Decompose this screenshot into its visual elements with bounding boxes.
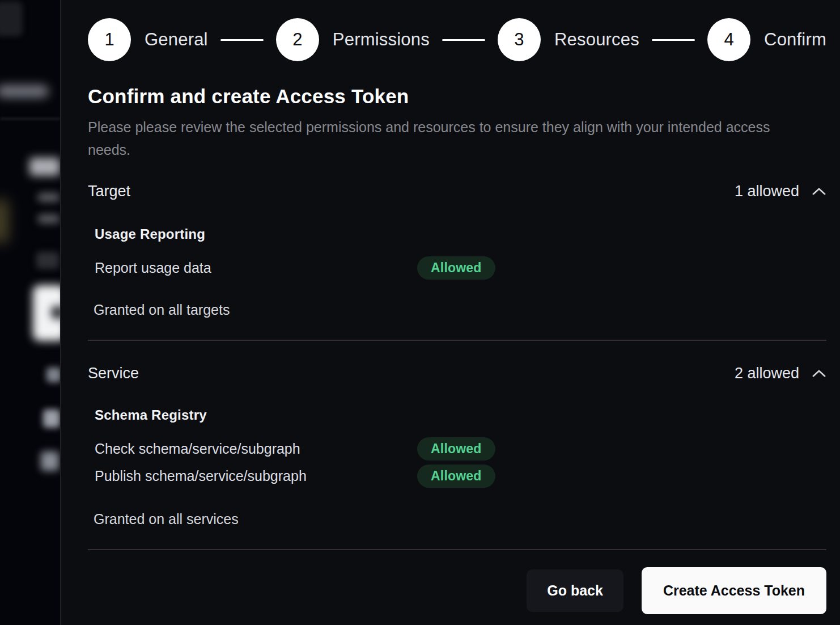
section-collapse-toggle-target[interactable]: 1 allowed bbox=[735, 183, 826, 200]
permission-row: Report usage data Allowed bbox=[95, 256, 826, 279]
blurred-icon bbox=[36, 252, 59, 269]
step-general[interactable]: 1 General bbox=[88, 18, 208, 61]
step-number-circle: 1 bbox=[88, 18, 131, 61]
create-access-token-button[interactable]: Create Access Token bbox=[642, 567, 826, 614]
step-confirm[interactable]: 4 Confirm bbox=[707, 18, 826, 61]
step-connector-line bbox=[442, 39, 485, 41]
step-label: General bbox=[145, 29, 208, 50]
chevron-up-icon bbox=[812, 187, 826, 196]
permission-row: Publish schema/service/subgraph Allowed bbox=[95, 464, 826, 487]
step-resources[interactable]: 3 Resources bbox=[498, 18, 639, 61]
status-badge: Allowed bbox=[417, 437, 495, 461]
blurred-white-card bbox=[33, 285, 60, 341]
section-header-service: Service 2 allowed bbox=[88, 365, 826, 382]
blurred-divider bbox=[0, 118, 60, 120]
background-app-blurred bbox=[0, 0, 60, 625]
modal-footer: Go back Create Access Token bbox=[88, 567, 826, 614]
blurred-text-2 bbox=[37, 214, 60, 223]
wizard-stepper: 1 General 2 Permissions 3 Resources 4 Co… bbox=[88, 18, 826, 61]
status-badge: Allowed bbox=[417, 256, 495, 280]
blurred-card-dot bbox=[51, 306, 60, 319]
create-access-token-modal: 1 General 2 Permissions 3 Resources 4 Co… bbox=[60, 0, 840, 625]
granted-note: Granted on all services bbox=[94, 511, 826, 527]
permission-group-title: Schema Registry bbox=[95, 407, 826, 423]
section-collapse-toggle-service[interactable]: 2 allowed bbox=[735, 365, 826, 382]
step-label: Resources bbox=[554, 29, 639, 50]
blurred-text-4 bbox=[43, 409, 60, 428]
step-label: Confirm bbox=[764, 29, 826, 50]
blurred-heading bbox=[29, 158, 60, 176]
step-connector-line bbox=[220, 39, 264, 41]
section-header-target: Target 1 allowed bbox=[88, 183, 826, 200]
page-title: Confirm and create Access Token bbox=[88, 85, 826, 108]
blurred-logo bbox=[0, 1, 23, 36]
section-name: Service bbox=[88, 365, 139, 382]
permission-list: Report usage data Allowed bbox=[95, 256, 826, 279]
step-number-circle: 2 bbox=[276, 18, 319, 61]
step-number-circle: 4 bbox=[707, 18, 750, 61]
section-divider bbox=[88, 340, 826, 341]
blurred-accent-shape bbox=[0, 200, 8, 243]
permission-row: Check schema/service/subgraph Allowed bbox=[95, 437, 826, 460]
allowed-count: 1 allowed bbox=[735, 183, 799, 200]
permission-list: Check schema/service/subgraph Allowed Pu… bbox=[95, 437, 826, 487]
blurred-text-5 bbox=[41, 451, 59, 471]
allowed-count: 2 allowed bbox=[735, 365, 799, 382]
step-permissions[interactable]: 2 Permissions bbox=[276, 18, 430, 61]
blurred-text-1 bbox=[37, 193, 60, 202]
step-connector-line bbox=[652, 39, 695, 41]
go-back-button[interactable]: Go back bbox=[527, 569, 623, 612]
permission-label: Publish schema/service/subgraph bbox=[95, 468, 417, 484]
granted-note: Granted on all targets bbox=[94, 302, 826, 318]
permission-label: Report usage data bbox=[95, 260, 417, 276]
blurred-nav-text bbox=[0, 85, 49, 98]
status-badge: Allowed bbox=[417, 464, 495, 488]
chevron-up-icon bbox=[812, 369, 826, 378]
screen: 1 General 2 Permissions 3 Resources 4 Co… bbox=[0, 0, 840, 625]
step-number-circle: 3 bbox=[498, 18, 541, 61]
permission-group-title: Usage Reporting bbox=[95, 226, 826, 242]
footer-divider bbox=[88, 549, 826, 550]
page-subtitle: Please please review the selected permis… bbox=[88, 116, 782, 161]
blurred-text-3 bbox=[46, 368, 60, 382]
step-label: Permissions bbox=[333, 29, 430, 50]
permission-label: Check schema/service/subgraph bbox=[95, 441, 417, 457]
section-name: Target bbox=[88, 183, 130, 200]
